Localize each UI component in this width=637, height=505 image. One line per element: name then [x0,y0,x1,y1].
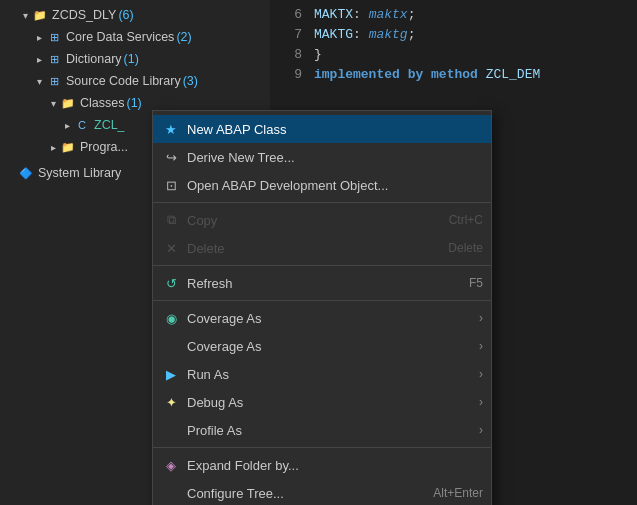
count-badge-scl: (3) [183,74,198,88]
debug-arrow: › [479,395,483,409]
tree-label-classes: Classes [80,96,124,110]
delete-icon: ✕ [161,238,181,258]
menu-label-open-dev: Open ABAP Development Object... [187,178,483,193]
tree-label-syslib: System Library [38,166,121,180]
code-token: : [353,7,369,22]
folder-icon-progra: 📁 [60,139,76,155]
count-badge-cds: (2) [176,30,191,44]
tree-label-scl: Source Code Library [66,74,181,88]
menu-separator-2 [153,265,491,266]
package-icon-dict: ⊞ [46,51,62,67]
code-token: implemented [314,67,408,82]
menu-item-coverage-as-1[interactable]: ◉ Coverage As › [153,304,491,332]
code-token: : [353,27,369,42]
package-icon: ⊞ [46,29,62,45]
tree-label-progra: Progra... [80,140,128,154]
tree-label-zcl: ZCL_ [94,118,125,132]
copy-icon: ⧉ [161,210,181,230]
run-icon: ▶ [161,364,181,384]
tree-item-zcds[interactable]: ▾ 📁 ZCDS_DLY (6) [0,4,270,26]
tree-label-cds: Core Data Services [66,30,174,44]
code-token: ZCL_DEM [486,67,541,82]
line-number: 7 [278,27,302,42]
menu-label-configure-tree: Configure Tree... [187,486,425,501]
menu-label-new-abap-class: New ABAP Class [187,122,483,137]
code-line-7: 7 MAKTG : maktg ; [278,24,629,44]
configure-icon [161,483,181,503]
tree-label: ZCDS_DLY [52,8,116,22]
menu-item-expand-folder[interactable]: ◈ Expand Folder by... [153,451,491,479]
menu-item-delete: ✕ Delete Delete [153,234,491,262]
menu-label-copy: Copy [187,213,441,228]
package-icon-scl: ⊞ [46,73,62,89]
code-token: ; [408,27,416,42]
tree-arrow-cds: ▸ [32,30,46,44]
coverage-arrow-1: › [479,311,483,325]
folder-icon-classes: 📁 [60,95,76,111]
menu-item-derive[interactable]: ↪ Derive New Tree... [153,143,491,171]
line-number: 6 [278,7,302,22]
code-line-9: 9 implemented by method ZCL_DEM [278,64,629,84]
menu-separator-3 [153,300,491,301]
refresh-icon: ↺ [161,273,181,293]
menu-separator-1 [153,202,491,203]
menu-label-coverage-as-1: Coverage As [187,311,475,326]
run-arrow: › [479,367,483,381]
open-dev-icon: ⊡ [161,175,181,195]
count-badge: (6) [118,8,133,22]
coverage-icon-2 [161,336,181,356]
code-token: maktx [369,7,408,22]
menu-item-run-as[interactable]: ▶ Run As › [153,360,491,388]
profile-icon [161,420,181,440]
debug-icon: ✦ [161,392,181,412]
tree-item-cds[interactable]: ▸ ⊞ Core Data Services (2) [0,26,270,48]
code-token: method [431,67,486,82]
menu-label-derive: Derive New Tree... [187,150,483,165]
delete-shortcut: Delete [448,241,483,255]
tree-arrow-zcds: ▾ [18,8,32,22]
profile-arrow: › [479,423,483,437]
tree-arrow-progra: ▸ [46,140,60,154]
menu-label-profile-as: Profile As [187,423,475,438]
menu-item-open-dev[interactable]: ⊡ Open ABAP Development Object... [153,171,491,199]
menu-label-expand-folder: Expand Folder by... [187,458,483,473]
code-token: MAKTX [314,7,353,22]
line-number: 9 [278,67,302,82]
code-line-6: 6 MAKTX : maktx ; [278,4,629,24]
count-badge-classes: (1) [126,96,141,110]
tree-item-scl[interactable]: ▾ ⊞ Source Code Library (3) [0,70,270,92]
code-token: maktg [369,27,408,42]
configure-shortcut: Alt+Enter [433,486,483,500]
coverage-icon-1: ◉ [161,308,181,328]
tree-arrow-scl: ▾ [32,74,46,88]
tree-arrow-zcl: ▸ [60,118,74,132]
menu-item-configure-tree[interactable]: Configure Tree... Alt+Enter [153,479,491,505]
menu-label-coverage-as-2: Coverage As [187,339,475,354]
menu-item-refresh[interactable]: ↺ Refresh F5 [153,269,491,297]
code-token: ; [408,7,416,22]
code-token: MAKTG [314,27,353,42]
coverage-arrow-2: › [479,339,483,353]
menu-item-profile-as[interactable]: Profile As › [153,416,491,444]
menu-item-coverage-as-2[interactable]: Coverage As › [153,332,491,360]
menu-item-copy: ⧉ Copy Ctrl+C [153,206,491,234]
refresh-shortcut: F5 [469,276,483,290]
tree-arrow-dict: ▸ [32,52,46,66]
menu-label-delete: Delete [187,241,440,256]
menu-label-debug-as: Debug As [187,395,475,410]
menu-label-refresh: Refresh [187,276,461,291]
folder-icon: 📁 [32,7,48,23]
library-icon: 🔷 [18,165,34,181]
menu-item-new-abap-class[interactable]: ★ New ABAP Class [153,115,491,143]
menu-item-debug-as[interactable]: ✦ Debug As › [153,388,491,416]
count-badge-dict: (1) [124,52,139,66]
tree-arrow-classes: ▾ [46,96,60,110]
code-line-8: 8 } [278,44,629,64]
new-class-icon: ★ [161,119,181,139]
tree-label-dict: Dictionary [66,52,122,66]
line-number: 8 [278,47,302,62]
tree-item-dict[interactable]: ▸ ⊞ Dictionary (1) [0,48,270,70]
code-token: by [408,67,431,82]
menu-separator-4 [153,447,491,448]
code-token: } [314,47,322,62]
